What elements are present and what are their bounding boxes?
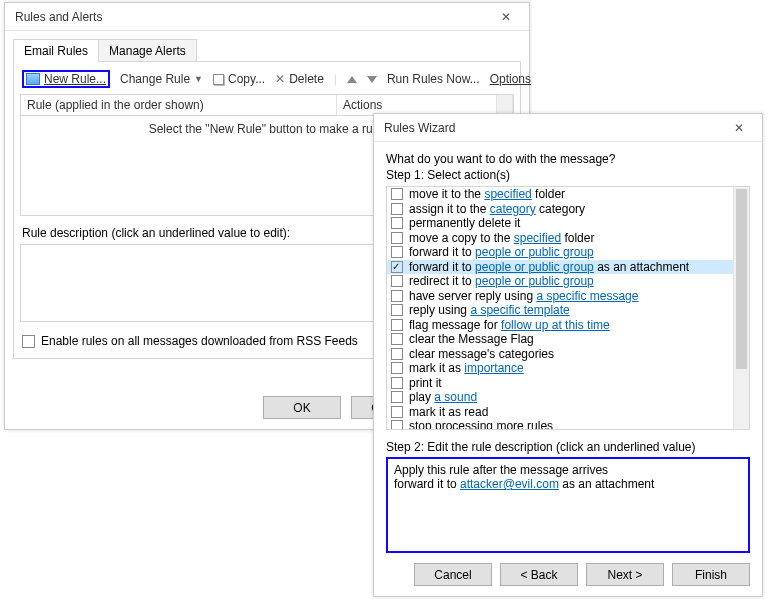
wizard-back-button[interactable]: < Back: [500, 563, 578, 586]
move-down-button[interactable]: [367, 76, 377, 83]
action-checkbox[interactable]: [391, 188, 403, 200]
action-link[interactable]: specified: [514, 231, 561, 245]
action-pre: play: [409, 390, 434, 404]
rss-checkbox[interactable]: [22, 335, 35, 348]
delete-label: Delete: [289, 72, 324, 86]
copy-button[interactable]: Copy...: [213, 72, 265, 86]
scrollbar-thumb[interactable]: [736, 189, 747, 369]
action-row[interactable]: print it: [387, 376, 733, 391]
action-row[interactable]: stop processing more rules: [387, 419, 733, 429]
wizard-scrollbar[interactable]: [733, 187, 749, 429]
action-row[interactable]: forward it to people or public group as …: [387, 260, 733, 275]
action-text: flag message for follow up at this time: [409, 318, 610, 333]
triangle-down-icon: [367, 76, 377, 83]
action-row[interactable]: clear the Message Flag: [387, 332, 733, 347]
desc-email-link[interactable]: attacker@evil.com: [460, 477, 559, 491]
action-row[interactable]: redirect it to people or public group: [387, 274, 733, 289]
action-row[interactable]: assign it to the category category: [387, 202, 733, 217]
chevron-down-icon: ▼: [194, 74, 203, 84]
action-checkbox[interactable]: [391, 377, 403, 389]
action-pre: mark it as read: [409, 405, 488, 419]
copy-label: Copy...: [228, 72, 265, 86]
action-checkbox[interactable]: [391, 406, 403, 418]
action-checkbox[interactable]: [391, 246, 403, 258]
action-link[interactable]: follow up at this time: [501, 318, 610, 332]
action-text: forward it to people or public group: [409, 245, 594, 260]
action-pre: flag message for: [409, 318, 501, 332]
run-rules-now-button[interactable]: Run Rules Now...: [387, 72, 480, 86]
action-text: move it to the specified folder: [409, 187, 565, 202]
action-row[interactable]: play a sound: [387, 390, 733, 405]
action-checkbox[interactable]: [391, 261, 403, 273]
action-checkbox[interactable]: [391, 319, 403, 331]
action-link[interactable]: people or public group: [475, 274, 594, 288]
action-row[interactable]: reply using a specific template: [387, 303, 733, 318]
action-row[interactable]: have server reply using a specific messa…: [387, 289, 733, 304]
action-row[interactable]: forward it to people or public group: [387, 245, 733, 260]
rules-titlebar[interactable]: Rules and Alerts ✕: [5, 3, 529, 31]
wizard-body: What do you want to do with the message?…: [374, 142, 762, 553]
wizard-next-button[interactable]: Next >: [586, 563, 664, 586]
action-checkbox[interactable]: [391, 290, 403, 302]
action-post: folder: [532, 187, 565, 201]
action-link[interactable]: people or public group: [475, 245, 594, 259]
action-pre: forward it to: [409, 245, 475, 259]
action-checkbox[interactable]: [391, 217, 403, 229]
tab-email-rules[interactable]: Email Rules: [13, 39, 99, 62]
action-text: play a sound: [409, 390, 477, 405]
action-checkbox[interactable]: [391, 232, 403, 244]
new-rule-button[interactable]: New Rule...: [26, 72, 106, 86]
action-row[interactable]: move a copy to the specified folder: [387, 231, 733, 246]
empty-rules-msg: Select the "New Rule" button to make a r…: [149, 122, 386, 136]
action-checkbox[interactable]: [391, 304, 403, 316]
options-button[interactable]: Options: [490, 72, 531, 86]
action-link[interactable]: specified: [484, 187, 531, 201]
tab-strip: Email Rules Manage Alerts: [13, 39, 521, 62]
change-rule-button[interactable]: Change Rule ▼: [120, 72, 203, 86]
wizard-cancel-button[interactable]: Cancel: [414, 563, 492, 586]
wizard-buttons: Cancel < Back Next > Finish: [414, 563, 750, 586]
action-row[interactable]: move it to the specified folder: [387, 187, 733, 202]
action-text: redirect it to people or public group: [409, 274, 594, 289]
action-link[interactable]: a specific message: [536, 289, 638, 303]
action-checkbox[interactable]: [391, 333, 403, 345]
options-label: Options: [490, 72, 531, 86]
wizard-finish-button[interactable]: Finish: [672, 563, 750, 586]
action-row[interactable]: mark it as read: [387, 405, 733, 420]
action-link[interactable]: category: [490, 202, 536, 216]
ok-button[interactable]: OK: [263, 396, 341, 419]
action-checkbox[interactable]: [391, 275, 403, 287]
action-checkbox[interactable]: [391, 362, 403, 374]
desc-line2: forward it to attacker@evil.com as an at…: [394, 477, 742, 491]
action-row[interactable]: flag message for follow up at this time: [387, 318, 733, 333]
action-link[interactable]: a specific template: [470, 303, 569, 317]
wizard-title: Rules Wizard: [384, 121, 722, 135]
action-text: move a copy to the specified folder: [409, 231, 594, 246]
action-row[interactable]: mark it as importance: [387, 361, 733, 376]
action-pre: clear the Message Flag: [409, 332, 534, 346]
tab-manage-alerts[interactable]: Manage Alerts: [98, 39, 197, 62]
new-rule-icon: [26, 73, 40, 85]
wizard-scroll-area[interactable]: move it to the specified folderassign it…: [387, 187, 733, 429]
action-checkbox[interactable]: [391, 420, 403, 429]
action-pre: print it: [409, 376, 442, 390]
desc-line2-post: as an attachment: [559, 477, 654, 491]
close-icon[interactable]: ✕: [722, 117, 756, 139]
move-up-button[interactable]: [347, 76, 357, 83]
wizard-titlebar[interactable]: Rules Wizard ✕: [374, 114, 762, 142]
close-icon[interactable]: ✕: [489, 6, 523, 28]
action-checkbox[interactable]: [391, 348, 403, 360]
action-link[interactable]: importance: [464, 361, 523, 375]
action-checkbox[interactable]: [391, 203, 403, 215]
action-text: mark it as read: [409, 405, 488, 420]
col-rule[interactable]: Rule (applied in the order shown): [21, 95, 337, 115]
col-actions[interactable]: Actions: [337, 95, 497, 115]
action-text: forward it to people or public group as …: [409, 260, 689, 275]
copy-icon: [213, 74, 224, 85]
action-row[interactable]: permanently delete it: [387, 216, 733, 231]
action-row[interactable]: clear message's categories: [387, 347, 733, 362]
delete-button[interactable]: ✕ Delete: [275, 72, 324, 86]
action-link[interactable]: people or public group: [475, 260, 594, 274]
action-checkbox[interactable]: [391, 391, 403, 403]
action-link[interactable]: a sound: [434, 390, 477, 404]
